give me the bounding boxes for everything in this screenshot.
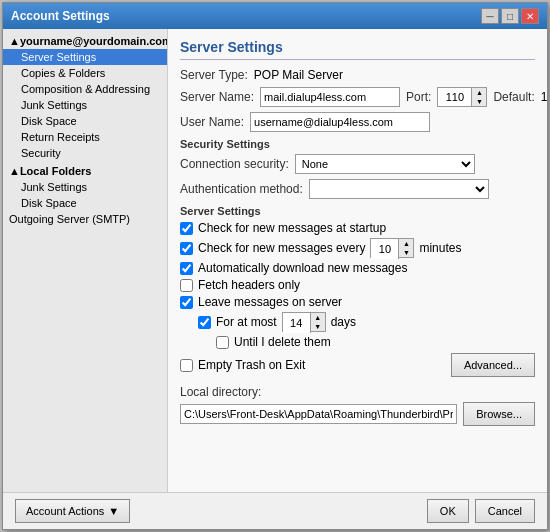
days-up-btn[interactable]: ▲	[311, 313, 325, 322]
days-down-btn[interactable]: ▼	[311, 322, 325, 331]
for-at-most-label: For at most	[216, 315, 277, 329]
minutes-input[interactable]	[371, 239, 399, 259]
check-every-label: Check for new messages every	[198, 241, 365, 255]
minutes-up-btn[interactable]: ▲	[399, 239, 413, 248]
sidebar-item-server-settings[interactable]: Server Settings	[3, 49, 167, 65]
local-dir-section: Local directory: Browse...	[180, 385, 535, 426]
title-bar-controls: ─ □ ✕	[481, 8, 539, 24]
port-spinner-btns: ▲ ▼	[472, 88, 486, 106]
fetch-headers-row: Fetch headers only	[180, 278, 535, 292]
server-name-input[interactable]	[260, 87, 400, 107]
for-at-most-row: For at most ▲ ▼ days	[180, 312, 535, 332]
username-label: User Name:	[180, 115, 244, 129]
advanced-button[interactable]: Advanced...	[451, 353, 535, 377]
browse-button[interactable]: Browse...	[463, 402, 535, 426]
empty-trash-row: Empty Trash on Exit	[180, 358, 305, 372]
content-area: Server Settings Server Type: POP Mail Se…	[168, 29, 547, 492]
port-spinner: ▲ ▼	[437, 87, 487, 107]
check-startup-checkbox[interactable]	[180, 222, 193, 235]
default-label: Default:	[493, 90, 534, 104]
local-dir-row: Browse...	[180, 402, 535, 426]
window-title: Account Settings	[11, 9, 110, 23]
port-input[interactable]	[438, 88, 472, 106]
auth-method-select[interactable]	[309, 179, 489, 199]
leave-messages-label: Leave messages on server	[198, 295, 342, 309]
server-type-value: POP Mail Server	[254, 68, 343, 82]
leave-messages-row: Leave messages on server	[180, 295, 535, 309]
until-delete-checkbox[interactable]	[216, 336, 229, 349]
minutes-down-btn[interactable]: ▼	[399, 248, 413, 257]
main-content: ▲yourname@yourdomain.com Server Settings…	[3, 29, 547, 492]
sidebar-item-outgoing-smtp[interactable]: Outgoing Server (SMTP)	[3, 211, 167, 227]
default-value: 110	[541, 90, 547, 104]
server-type-label: Server Type:	[180, 68, 248, 82]
footer-left: Account Actions ▼	[15, 499, 130, 523]
minutes-label: minutes	[419, 241, 461, 255]
sidebar-item-copies-folders[interactable]: Copies & Folders	[3, 65, 167, 81]
days-spinner: ▲ ▼	[282, 312, 326, 332]
sidebar-item-return-receipts[interactable]: Return Receipts	[3, 129, 167, 145]
account-actions-button[interactable]: Account Actions ▼	[15, 499, 130, 523]
check-every-row: Check for new messages every ▲ ▼ minutes	[180, 238, 535, 258]
until-delete-row: Until I delete them	[180, 335, 535, 349]
empty-trash-advanced-row: Empty Trash on Exit Advanced...	[180, 353, 535, 377]
title-bar: Account Settings ─ □ ✕	[3, 3, 547, 29]
check-startup-row: Check for new messages at startup	[180, 221, 535, 235]
security-settings-title: Security Settings	[180, 138, 535, 150]
minimize-button[interactable]: ─	[481, 8, 499, 24]
sidebar-item-security[interactable]: Security	[3, 145, 167, 161]
username-input[interactable]	[250, 112, 430, 132]
username-row: User Name:	[180, 112, 535, 132]
connection-security-select[interactable]: None	[295, 154, 475, 174]
auth-method-label: Authentication method:	[180, 182, 303, 196]
sidebar-item-junk-settings[interactable]: Junk Settings	[3, 97, 167, 113]
page-title: Server Settings	[180, 39, 535, 60]
account-actions-label: Account Actions	[26, 505, 104, 517]
sidebar-item-disk-space[interactable]: Disk Space	[3, 113, 167, 129]
local-dir-label: Local directory:	[180, 385, 535, 399]
connection-security-row: Connection security: None	[180, 154, 535, 174]
sidebar-item-composition-addressing[interactable]: Composition & Addressing	[3, 81, 167, 97]
account-settings-window: Account Settings ─ □ ✕ ▲yourname@yourdom…	[2, 2, 548, 530]
close-button[interactable]: ✕	[521, 8, 539, 24]
check-every-checkbox[interactable]	[180, 242, 193, 255]
cancel-button[interactable]: Cancel	[475, 499, 535, 523]
port-up-btn[interactable]: ▲	[472, 88, 486, 97]
until-delete-label: Until I delete them	[234, 335, 331, 349]
connection-security-label: Connection security:	[180, 157, 289, 171]
port-down-btn[interactable]: ▼	[472, 97, 486, 106]
ok-button[interactable]: OK	[427, 499, 469, 523]
footer: Account Actions ▼ OK Cancel	[3, 492, 547, 529]
port-label: Port:	[406, 90, 431, 104]
days-label: days	[331, 315, 356, 329]
auth-method-row: Authentication method:	[180, 179, 535, 199]
fetch-headers-checkbox[interactable]	[180, 279, 193, 292]
maximize-button[interactable]: □	[501, 8, 519, 24]
sidebar-item-local-disk[interactable]: Disk Space	[3, 195, 167, 211]
fetch-headers-label: Fetch headers only	[198, 278, 300, 292]
local-dir-input[interactable]	[180, 404, 457, 424]
leave-messages-checkbox[interactable]	[180, 296, 193, 309]
check-startup-label: Check for new messages at startup	[198, 221, 386, 235]
days-input[interactable]	[283, 313, 311, 333]
minutes-spinner: ▲ ▼	[370, 238, 414, 258]
auto-download-row: Automatically download new messages	[180, 261, 535, 275]
sidebar-account-header[interactable]: ▲yourname@yourdomain.com	[3, 33, 167, 49]
server-name-row: Server Name: Port: ▲ ▼ Default: 110	[180, 87, 535, 107]
account-actions-dropdown-icon: ▼	[108, 505, 119, 517]
auto-download-label: Automatically download new messages	[198, 261, 407, 275]
server-name-label: Server Name:	[180, 90, 254, 104]
server-settings-subtitle: Server Settings	[180, 205, 535, 217]
empty-trash-checkbox[interactable]	[180, 359, 193, 372]
for-at-most-checkbox[interactable]	[198, 316, 211, 329]
sidebar-local-folders-header[interactable]: ▲Local Folders	[3, 161, 167, 179]
sidebar-item-local-junk[interactable]: Junk Settings	[3, 179, 167, 195]
sidebar: ▲yourname@yourdomain.com Server Settings…	[3, 29, 168, 492]
footer-right: OK Cancel	[427, 499, 535, 523]
server-type-row: Server Type: POP Mail Server	[180, 68, 535, 82]
auto-download-checkbox[interactable]	[180, 262, 193, 275]
empty-trash-label: Empty Trash on Exit	[198, 358, 305, 372]
